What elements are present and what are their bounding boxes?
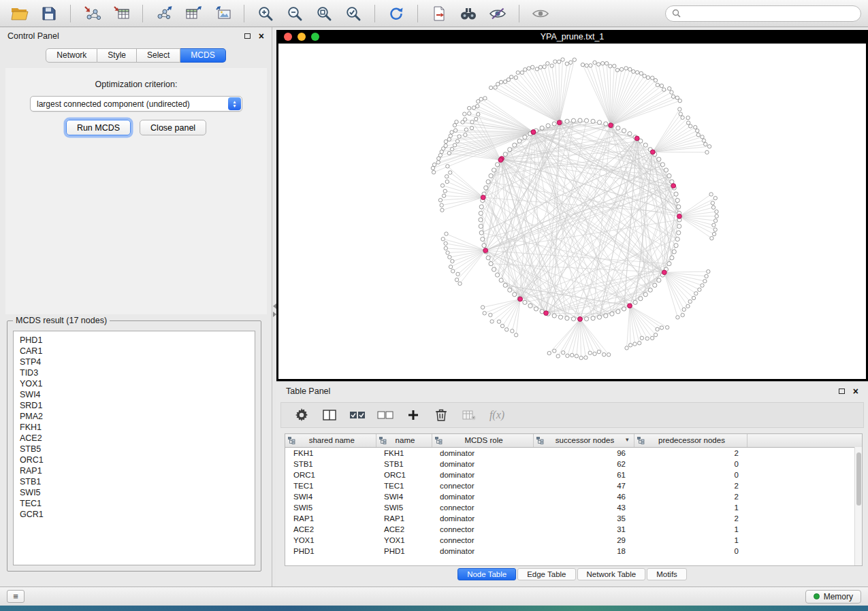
- graph-node[interactable]: [676, 316, 679, 319]
- graph-node[interactable]: [597, 350, 600, 353]
- tab-select[interactable]: Select: [137, 48, 180, 63]
- graph-node[interactable]: [523, 135, 527, 139]
- graph-node[interactable]: [489, 313, 492, 316]
- graph-node[interactable]: [672, 250, 676, 254]
- graph-node[interactable]: [547, 351, 551, 354]
- graph-node[interactable]: [705, 150, 709, 154]
- graph-hub-node[interactable]: [671, 184, 676, 188]
- graph-node[interactable]: [490, 320, 494, 323]
- graph-node[interactable]: [447, 137, 451, 141]
- graph-node[interactable]: [713, 219, 717, 222]
- column-header-name[interactable]: name: [376, 434, 432, 447]
- hide-selected-button[interactable]: [485, 3, 511, 24]
- graph-node[interactable]: [657, 157, 661, 161]
- graph-node[interactable]: [553, 349, 556, 352]
- graph-hub-node[interactable]: [609, 123, 613, 128]
- graph-node[interactable]: [556, 354, 560, 358]
- graph-node[interactable]: [664, 168, 668, 172]
- graph-node[interactable]: [496, 163, 500, 167]
- close-panel-icon[interactable]: ×: [259, 31, 264, 41]
- graph-node[interactable]: [571, 317, 575, 321]
- graph-node[interactable]: [486, 256, 490, 260]
- graph-node[interactable]: [597, 315, 601, 319]
- graph-node[interactable]: [570, 353, 574, 357]
- graph-node[interactable]: [508, 148, 512, 152]
- graph-node[interactable]: [670, 256, 674, 260]
- column-header-shared-name[interactable]: shared name: [285, 434, 376, 447]
- mcds-result-node[interactable]: FKH1: [20, 422, 248, 433]
- graph-hub-node[interactable]: [628, 303, 632, 308]
- graph-node[interactable]: [539, 65, 542, 69]
- tab-network[interactable]: Network: [46, 48, 97, 63]
- graph-node[interactable]: [546, 124, 550, 128]
- graph-node[interactable]: [445, 175, 448, 178]
- graph-node[interactable]: [622, 307, 626, 311]
- graph-node[interactable]: [675, 96, 679, 99]
- graph-node[interactable]: [633, 342, 637, 346]
- graph-node[interactable]: [445, 232, 448, 235]
- graph-node[interactable]: [591, 119, 595, 123]
- search-input[interactable]: [685, 9, 854, 18]
- graph-node[interactable]: [686, 121, 690, 125]
- graph-node[interactable]: [449, 171, 452, 174]
- tab-motifs[interactable]: Motifs: [647, 568, 687, 580]
- graph-node[interactable]: [440, 208, 444, 212]
- graph-node[interactable]: [565, 316, 569, 320]
- graph-node[interactable]: [640, 336, 643, 340]
- graph-hub-node[interactable]: [634, 136, 639, 141]
- graph-node[interactable]: [705, 274, 708, 278]
- zoom-selected-button[interactable]: [340, 3, 366, 24]
- graph-node[interactable]: [571, 118, 575, 122]
- graph-node[interactable]: [710, 236, 713, 240]
- graph-node[interactable]: [628, 131, 632, 135]
- graph-node[interactable]: [528, 303, 532, 308]
- graph-node[interactable]: [494, 86, 497, 89]
- graph-node[interactable]: [616, 126, 620, 130]
- mcds-result-node[interactable]: CAR1: [20, 346, 248, 357]
- graph-hub-node[interactable]: [578, 317, 583, 322]
- graph-node[interactable]: [605, 61, 608, 65]
- graph-hub-node[interactable]: [498, 158, 503, 163]
- graph-node[interactable]: [665, 326, 669, 329]
- column-header-predecessor-nodes[interactable]: predecessor nodes: [634, 434, 747, 447]
- graph-node[interactable]: [601, 61, 605, 65]
- table-options-button[interactable]: [293, 406, 310, 424]
- graph-hub-node[interactable]: [662, 270, 666, 275]
- graph-node[interactable]: [442, 194, 445, 197]
- graph-node[interactable]: [660, 326, 663, 329]
- graph-node[interactable]: [622, 129, 626, 133]
- table-scrollbar-thumb[interactable]: [856, 452, 861, 506]
- memory-button[interactable]: Memory: [805, 590, 861, 604]
- graph-node[interactable]: [492, 267, 496, 271]
- graph-node[interactable]: [479, 231, 483, 235]
- graph-node[interactable]: [450, 131, 453, 134]
- mcds-result-node[interactable]: YOX1: [20, 378, 248, 389]
- graph-node[interactable]: [470, 126, 473, 129]
- graph-node[interactable]: [707, 145, 711, 148]
- graph-node[interactable]: [633, 300, 637, 304]
- graph-node[interactable]: [688, 300, 692, 303]
- graph-node[interactable]: [489, 261, 493, 265]
- run-mcds-button[interactable]: Run MCDS: [66, 120, 131, 135]
- refresh-layout-button[interactable]: [383, 3, 409, 24]
- graph-node[interactable]: [486, 180, 490, 184]
- graph-node[interactable]: [565, 119, 569, 123]
- graph-node[interactable]: [667, 174, 671, 178]
- export-table-button[interactable]: [180, 3, 206, 24]
- graph-node[interactable]: [677, 224, 681, 228]
- zoom-out-button[interactable]: [282, 3, 308, 24]
- graph-node[interactable]: [503, 283, 507, 287]
- graph-node[interactable]: [628, 67, 632, 71]
- zoom-in-button[interactable]: [253, 3, 278, 24]
- graph-node[interactable]: [654, 333, 657, 336]
- graph-node[interactable]: [449, 265, 452, 268]
- graph-node[interactable]: [662, 88, 666, 91]
- graph-node[interactable]: [585, 64, 588, 67]
- graph-node[interactable]: [713, 196, 717, 199]
- graph-node[interactable]: [678, 108, 681, 111]
- graph-node[interactable]: [593, 61, 596, 64]
- graph-node[interactable]: [677, 205, 681, 209]
- graph-node[interactable]: [643, 143, 647, 147]
- graph-node[interactable]: [653, 283, 657, 287]
- graph-node[interactable]: [445, 180, 449, 183]
